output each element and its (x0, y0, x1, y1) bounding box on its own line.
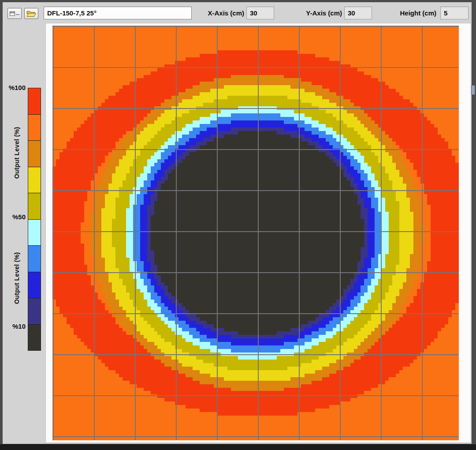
legend-swatch (28, 324, 41, 351)
legend-swatches (28, 88, 41, 351)
plot-area (45, 23, 471, 443)
legend-swatch (28, 114, 41, 141)
legend-swatch (28, 298, 41, 325)
legend-swatch (28, 193, 41, 220)
window-bottom-border (0, 444, 476, 450)
legend-swatch (28, 88, 41, 115)
legend-swatch (28, 167, 41, 194)
legend-swatch (28, 272, 41, 299)
legend-swatch (28, 140, 41, 167)
height-label: Height (cm) (392, 9, 436, 17)
y-axis-value[interactable]: 30 (344, 7, 372, 19)
options-button-label: ... (16, 11, 19, 16)
scrollbar-thumb[interactable] (471, 85, 475, 95)
grid-overlay (52, 26, 459, 440)
legend-tick-50: %50 (5, 213, 26, 221)
open-file-button[interactable] (24, 8, 38, 19)
y-axis-label: Y-Axis (cm) (301, 9, 342, 17)
lamp-model-field[interactable]: DFL-150-7,5 25° (44, 7, 192, 19)
legend-tick-100: %100 (5, 84, 26, 91)
open-folder-icon (26, 10, 36, 17)
legend-tick-10: %10 (5, 322, 26, 330)
front-panel: ... DFL-150-7,5 25° X-Axis (cm) 30 Y-Axi… (3, 2, 472, 444)
legend-swatch (28, 219, 41, 246)
legend-swatch (28, 245, 41, 272)
app-window: ... DFL-150-7,5 25° X-Axis (cm) 30 Y-Axi… (0, 0, 476, 450)
window-icon (10, 11, 15, 16)
output-level-axis-label-upper: Output Level (%) (13, 109, 21, 196)
x-axis-label: X-Axis (cm) (203, 9, 244, 17)
x-axis-value[interactable]: 30 (246, 7, 274, 19)
height-value[interactable]: 5 (440, 7, 469, 19)
output-level-axis-label-lower: Output Level (%) (13, 235, 21, 321)
options-button[interactable]: ... (7, 8, 22, 19)
